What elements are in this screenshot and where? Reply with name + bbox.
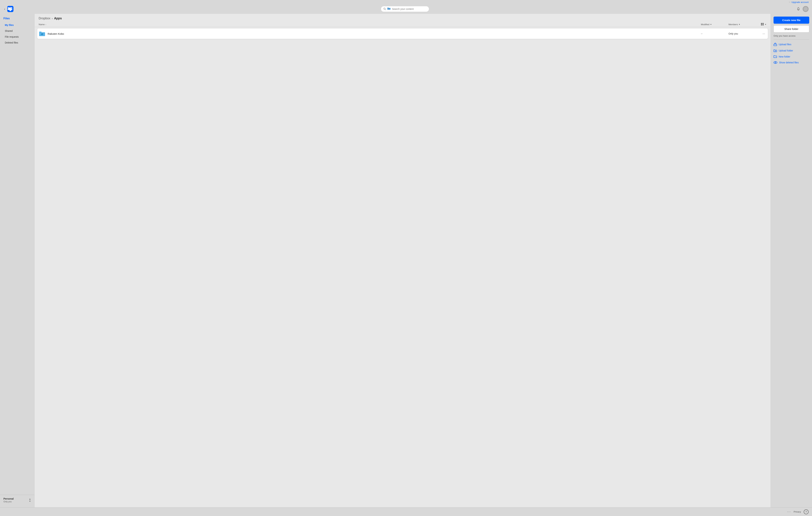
- svg-rect-13: [41, 33, 43, 35]
- upgrade-label: Upgrade account: [791, 1, 809, 3]
- sidebar-item-label-file-requests: File requests: [5, 35, 19, 38]
- file-members: Only you: [728, 32, 756, 35]
- upgrade-link[interactable]: ☆ Upgrade account: [788, 1, 809, 3]
- file-modified: --: [701, 32, 728, 35]
- sidebar: Files My files Shared File requests Dele…: [0, 14, 34, 507]
- upload-files-link[interactable]: Upload files: [774, 42, 809, 47]
- breadcrumb-home[interactable]: Dropbox: [39, 17, 50, 20]
- topbar-right: [796, 6, 809, 12]
- notification-bell[interactable]: [796, 7, 800, 11]
- col-members-label: Members: [728, 23, 738, 26]
- main-layout: Files My files Shared File requests Dele…: [0, 14, 812, 507]
- search-bar[interactable]: [381, 6, 429, 12]
- new-folder-icon: [774, 55, 777, 58]
- plan-label: Personal: [3, 497, 13, 500]
- svg-point-15: [43, 34, 44, 35]
- file-list: Rakuten Kobo -- Only you ···: [34, 27, 771, 507]
- show-deleted-icon: [774, 61, 777, 64]
- show-deleted-files-link[interactable]: Show deleted files: [774, 60, 809, 64]
- search-input[interactable]: [392, 8, 427, 10]
- share-folder-button[interactable]: Share folder: [774, 25, 809, 32]
- notification-wrapper: [796, 7, 800, 11]
- svg-point-17: [774, 61, 777, 63]
- svg-point-18: [775, 62, 776, 63]
- col-name-header[interactable]: Name ↑: [39, 23, 701, 26]
- right-panel: Create new file Share folder Only you ha…: [771, 14, 812, 507]
- table-row[interactable]: Rakuten Kobo -- Only you ···: [37, 28, 768, 39]
- folder-search-icon: [387, 7, 390, 11]
- upload-files-label: Upload files: [779, 43, 791, 46]
- help-button[interactable]: ?: [804, 510, 809, 514]
- svg-rect-16: [774, 44, 777, 46]
- content-area: Dropbox › Apps Name ↑ Modified ▼ Members…: [34, 14, 771, 507]
- files-section-label: Files: [0, 16, 34, 22]
- sidebar-collapse-button[interactable]: ‹: [3, 6, 6, 11]
- col-actions-header[interactable]: ▼: [756, 23, 766, 26]
- breadcrumb-current: Apps: [54, 17, 62, 20]
- svg-point-8: [798, 10, 799, 10]
- new-folder-label: New folder: [779, 55, 790, 58]
- bottom-more-button[interactable]: ···: [787, 510, 791, 514]
- sidebar-item-file-requests[interactable]: File requests: [1, 34, 33, 39]
- plan-chevron-button[interactable]: ▲ ▼: [29, 498, 31, 502]
- svg-rect-11: [761, 24, 762, 25]
- col-modified-sort-icon: ▼: [710, 24, 712, 25]
- create-new-file-button[interactable]: Create new file: [774, 17, 809, 24]
- sidebar-item-label-deleted-files: Deleted files: [5, 41, 18, 44]
- topbar: ‹: [0, 4, 812, 14]
- col-view-dropdown-icon: ▼: [765, 24, 766, 25]
- file-more-actions[interactable]: ···: [756, 31, 766, 36]
- sidebar-item-label-my-files: My files: [5, 24, 13, 26]
- topbar-center: [381, 6, 429, 12]
- plan-info: Personal Only you: [3, 497, 13, 503]
- upload-files-icon: [774, 43, 777, 46]
- svg-line-7: [385, 9, 386, 10]
- upload-folder-link[interactable]: Upload folder: [774, 48, 809, 53]
- avatar[interactable]: [803, 6, 809, 12]
- col-name-sort-icon: ↑: [46, 24, 47, 26]
- new-folder-link[interactable]: New folder: [774, 55, 809, 59]
- sidebar-bottom: Personal Only you ▲ ▼: [0, 495, 34, 505]
- search-icon: [383, 8, 386, 10]
- bottom-bar: ··· Privacy ?: [0, 507, 812, 516]
- breadcrumb: Dropbox › Apps: [34, 14, 771, 22]
- chevron-down-icon: ▼: [29, 500, 31, 502]
- avatar-image: [803, 6, 809, 12]
- sidebar-item-label-shared: Shared: [5, 30, 12, 32]
- show-deleted-label: Show deleted files: [779, 61, 799, 64]
- access-info: Only you have access: [774, 34, 809, 37]
- chevron-up-icon: ▲: [29, 498, 31, 500]
- table-header: Name ↑ Modified ▼ Members ▼: [34, 22, 771, 27]
- upgrade-bar: ☆ Upgrade account: [0, 0, 812, 4]
- sidebar-item-deleted-files[interactable]: Deleted files: [1, 40, 33, 46]
- breadcrumb-separator: ›: [52, 17, 53, 20]
- upload-folder-label: Upload folder: [779, 49, 793, 52]
- plan-sub: Only you: [3, 500, 13, 503]
- svg-rect-9: [761, 23, 762, 24]
- svg-rect-12: [762, 24, 764, 25]
- dropbox-logo[interactable]: [7, 6, 13, 12]
- upload-folder-icon: [774, 49, 777, 52]
- col-name-label: Name: [39, 23, 45, 26]
- privacy-link[interactable]: Privacy: [793, 511, 801, 513]
- col-modified-header[interactable]: Modified ▼: [701, 23, 728, 26]
- col-members-sort-icon: ▼: [738, 24, 740, 25]
- col-members-header[interactable]: Members ▼: [728, 23, 756, 26]
- sidebar-bottom-row: Personal Only you ▲ ▼: [3, 497, 31, 503]
- sidebar-item-shared[interactable]: Shared: [1, 28, 33, 34]
- col-view-icon: [761, 23, 764, 26]
- star-icon: ☆: [788, 1, 791, 3]
- sidebar-item-my-files[interactable]: My files: [1, 22, 33, 28]
- file-more-button[interactable]: ···: [761, 31, 766, 36]
- divider: [774, 39, 809, 40]
- svg-rect-10: [762, 23, 764, 24]
- topbar-left: ‹: [3, 6, 13, 12]
- file-name: Rakuten Kobo: [48, 32, 701, 35]
- col-modified-label: Modified: [701, 23, 709, 26]
- folder-icon: [39, 30, 46, 37]
